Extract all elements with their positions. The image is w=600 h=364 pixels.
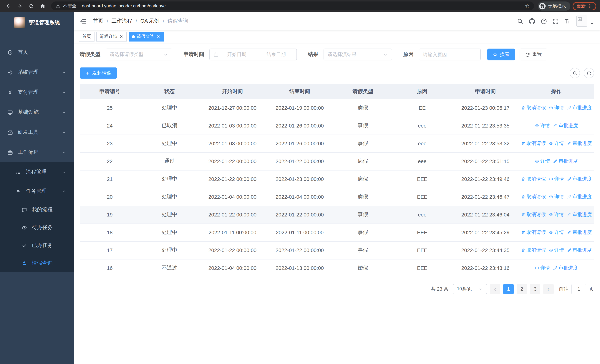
sidebar-fold-icon[interactable]: [80, 18, 87, 25]
action-progress[interactable]: 审批进度: [567, 229, 592, 236]
tab-process-detail[interactable]: 流程详情: [96, 32, 127, 41]
cell-actions: 取消请假详情审批进度: [518, 224, 594, 241]
goto-page-input[interactable]: [572, 284, 586, 294]
next-page-button[interactable]: ›: [543, 284, 554, 294]
reload-icon: [28, 3, 34, 9]
browser-reload-button[interactable]: [27, 1, 36, 10]
action-detail[interactable]: 详情: [549, 229, 564, 236]
cell-applied: 2022-01-22 23:45:29: [452, 224, 519, 241]
sidebar-item-label: 研发工具: [18, 129, 38, 136]
browser-back-button[interactable]: [4, 1, 13, 10]
sidebar-item-infrastructure[interactable]: 基础设施: [0, 102, 74, 122]
action-detail[interactable]: 详情: [549, 194, 564, 200]
cell-status: 处理中: [140, 170, 199, 188]
browser-home-button[interactable]: [38, 1, 47, 10]
sidebar-item-payment-management[interactable]: 支付管理: [0, 82, 74, 102]
reason-input[interactable]: [419, 48, 481, 60]
search-button[interactable]: 搜索: [487, 48, 515, 60]
breadcrumb-item[interactable]: 工作流程: [112, 18, 132, 24]
cell-type: 病假: [334, 152, 392, 170]
action-detail[interactable]: 详情: [549, 104, 564, 111]
breadcrumb-item[interactable]: 首页: [93, 18, 103, 24]
sidebar-item-leave-query[interactable]: 请假查询: [0, 254, 74, 272]
trash-icon: [521, 248, 525, 252]
tab-close-icon[interactable]: [156, 35, 160, 38]
sidebar-item-workflow[interactable]: 工作流程: [0, 142, 74, 162]
sidebar-item-label: 请假查询: [32, 260, 53, 267]
app-logo[interactable]: 芋道管理系统: [0, 12, 74, 33]
sidebar-item-home[interactable]: 首页: [0, 42, 74, 62]
action-detail[interactable]: 详情: [549, 140, 564, 147]
action-progress[interactable]: 审批进度: [567, 211, 592, 218]
sidebar-item-task-management[interactable]: 任务管理: [0, 182, 74, 201]
action-cancel[interactable]: 取消请假: [521, 176, 546, 182]
user-icon: [21, 260, 27, 266]
page-button-2[interactable]: 2: [517, 284, 527, 294]
tab-home[interactable]: 首页: [79, 32, 94, 41]
action-cancel[interactable]: 取消请假: [521, 194, 546, 200]
table-row: 17处理中2022-01-22 00:00:002022-01-22 00:00…: [80, 241, 594, 259]
refresh-table-button[interactable]: [584, 68, 594, 78]
action-progress[interactable]: 审批进度: [567, 247, 592, 253]
action-detail[interactable]: 详情: [549, 247, 564, 253]
sidebar-item-done-tasks[interactable]: 已办任务: [0, 236, 74, 254]
tab-leave-query[interactable]: 请假查询: [129, 32, 164, 41]
user-avatar[interactable]: [576, 16, 587, 27]
action-cancel[interactable]: 取消请假: [521, 211, 546, 218]
toggle-search-button[interactable]: [570, 68, 580, 78]
breadcrumb-separator: /: [163, 18, 164, 24]
browser-menu-icon[interactable]: ⋮: [587, 3, 592, 9]
sidebar-item-todo-tasks[interactable]: 待办任务: [0, 219, 74, 236]
browser-update-button[interactable]: 更新 ⋮: [572, 2, 596, 10]
page-content: 请假类型 请选择请假类型 申请时间 开始日期 - 结束日期: [74, 43, 600, 364]
action-cancel[interactable]: 取消请假: [521, 247, 546, 253]
page-button-3[interactable]: 3: [530, 284, 540, 294]
page-button-1[interactable]: 1: [503, 284, 514, 294]
action-cancel[interactable]: 取消请假: [521, 104, 546, 111]
sidebar-item-system-management[interactable]: 系统管理: [0, 62, 74, 82]
action-progress[interactable]: 审批进度: [553, 265, 578, 271]
create-leave-button[interactable]: 发起请假: [80, 67, 117, 79]
action-progress[interactable]: 审批进度: [567, 140, 592, 147]
action-cancel[interactable]: 取消请假: [521, 140, 546, 147]
action-progress[interactable]: 审批进度: [567, 176, 592, 182]
action-label: 审批进度: [572, 211, 592, 218]
tab-close-icon[interactable]: [119, 35, 123, 38]
action-progress[interactable]: 审批进度: [567, 104, 592, 111]
bookmark-star-icon[interactable]: ☆: [525, 3, 530, 9]
security-warning-icon: [56, 3, 60, 8]
address-bar[interactable]: 不安全 dashboard.yudao.iocoder.cn/bpm/oa/le…: [51, 1, 534, 10]
help-button[interactable]: [541, 18, 547, 24]
result-select[interactable]: 请选择流结果: [324, 48, 392, 60]
header-search-button[interactable]: [517, 18, 523, 24]
column-header: 请假类型: [334, 84, 392, 99]
action-progress[interactable]: 审批进度: [567, 194, 592, 200]
action-progress[interactable]: 审批进度: [553, 158, 578, 165]
toolbox-icon: [7, 130, 13, 135]
reset-label: 重置: [532, 51, 542, 58]
action-detail[interactable]: 详情: [535, 122, 550, 129]
fullscreen-button[interactable]: [553, 18, 559, 24]
page-size-select[interactable]: 10条/页: [453, 284, 487, 294]
chevron-down-icon: [62, 110, 66, 114]
sidebar-item-process-management[interactable]: 流程管理: [0, 162, 74, 182]
cell-id: 23: [80, 135, 140, 152]
prev-page-button[interactable]: ‹: [490, 284, 500, 294]
action-detail[interactable]: 详情: [549, 211, 564, 218]
action-detail[interactable]: 详情: [535, 265, 550, 271]
action-progress[interactable]: 审批进度: [553, 122, 578, 129]
action-detail[interactable]: 详情: [535, 158, 550, 165]
reset-button[interactable]: 重置: [520, 48, 547, 60]
browser-forward-button[interactable]: [15, 1, 24, 10]
sidebar-menu: 首页系统管理支付管理基础设施研发工具工作流程流程管理任务管理我的流程待办任务已办…: [0, 33, 74, 364]
action-detail[interactable]: 详情: [549, 176, 564, 182]
sidebar-item-dev-tools[interactable]: 研发工具: [0, 122, 74, 142]
breadcrumb-item[interactable]: OA 示例: [141, 18, 159, 24]
action-cancel[interactable]: 取消请假: [521, 229, 546, 236]
sidebar-item-my-process[interactable]: 我的流程: [0, 201, 74, 219]
github-button[interactable]: [529, 18, 535, 24]
apply-time-range-picker[interactable]: 开始日期 - 结束日期: [209, 48, 297, 60]
user-menu-caret-icon[interactable]: [590, 21, 594, 26]
font-size-button[interactable]: [564, 18, 571, 24]
leave-type-select[interactable]: 请选择请假类型: [106, 48, 172, 60]
